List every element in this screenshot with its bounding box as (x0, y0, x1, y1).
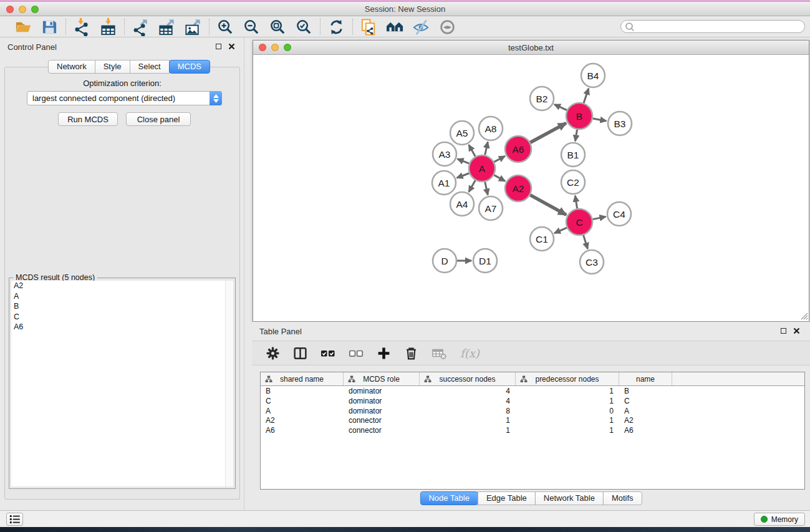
graph-edge-C-C3[interactable] (584, 235, 588, 249)
export-network-icon[interactable] (132, 18, 150, 36)
export-table-icon[interactable] (158, 18, 176, 36)
close-panel-icon[interactable] (228, 43, 235, 50)
float-table-panel-icon[interactable] (781, 328, 786, 334)
graph-node-A3[interactable]: A3 (433, 142, 456, 166)
graph-node-A5[interactable]: A5 (450, 121, 474, 145)
zoom-out-icon[interactable] (243, 18, 261, 36)
unselect-all-icon[interactable] (349, 346, 364, 360)
export-image-icon[interactable] (184, 18, 202, 36)
graph-edge-B-B3[interactable] (593, 118, 607, 121)
mcds-result-item[interactable]: B (11, 301, 233, 312)
graph-node-C2[interactable]: C2 (561, 170, 585, 194)
mcds-result-item[interactable]: A6 (11, 322, 233, 332)
graph-node-C3[interactable]: C3 (580, 250, 604, 274)
graph-edge-A-A2[interactable] (494, 175, 505, 181)
mcds-result-item[interactable]: C (11, 312, 233, 322)
open-session-icon[interactable] (14, 18, 32, 36)
float-panel-icon[interactable] (216, 44, 221, 49)
mcds-result-item[interactable]: A (11, 291, 233, 302)
graph-edge-A-A7[interactable] (485, 181, 488, 195)
graph-node-A1[interactable]: A1 (432, 171, 456, 195)
network-window-titlebar[interactable]: testGlobe.txt (253, 41, 809, 55)
graph-node-A[interactable]: A (469, 155, 495, 181)
graph-node-D1[interactable]: D1 (473, 249, 497, 273)
run-mcds-button[interactable]: Run MCDS (58, 112, 118, 126)
graph-node-A6[interactable]: A6 (505, 136, 531, 162)
column-header-name[interactable]: name (619, 372, 672, 385)
graph-node-A8[interactable]: A8 (479, 117, 503, 140)
zoom-fit-icon[interactable] (269, 18, 287, 36)
table-row[interactable]: Adominator80A (261, 406, 804, 416)
graph-node-C[interactable]: C (566, 209, 592, 235)
column-header-successor-nodes[interactable]: successor nodes (420, 372, 516, 385)
zoom-in-icon[interactable] (216, 18, 234, 36)
import-network-icon[interactable] (73, 18, 91, 36)
table-row[interactable]: A6connector11A6 (261, 425, 804, 435)
search-field[interactable] (620, 20, 805, 33)
import-table-icon[interactable] (99, 18, 117, 36)
show-all-icon[interactable] (438, 18, 456, 36)
search-input[interactable] (635, 22, 791, 31)
graph-edge-A-A5[interactable] (469, 145, 475, 157)
list-scrollbar[interactable] (225, 281, 233, 486)
delete-columns-icon[interactable] (404, 346, 418, 360)
delete-table-icon[interactable] (432, 346, 447, 360)
graph-node-A7[interactable]: A7 (479, 196, 503, 220)
graph-edge-A2-C[interactable] (530, 195, 566, 215)
table-row[interactable]: A2connector11A2 (261, 415, 804, 425)
refresh-icon[interactable] (327, 18, 345, 36)
close-panel-button[interactable]: Close panel (126, 112, 191, 126)
graph-edge-B-B1[interactable] (576, 130, 577, 142)
graph-node-B1[interactable]: B1 (561, 143, 585, 167)
table-row[interactable]: Bdominator41B (261, 386, 804, 396)
column-header-predecessor-nodes[interactable]: predecessor nodes (516, 372, 619, 385)
graph-edge-C-C4[interactable] (593, 216, 606, 219)
memory-button[interactable]: Memory (754, 513, 805, 526)
graph-edge-A-A8[interactable] (485, 142, 488, 155)
criterion-dropdown[interactable]: largest connected component (directed) (27, 91, 222, 105)
graph-node-B[interactable]: B (566, 103, 592, 129)
task-history-button[interactable] (6, 513, 23, 526)
tab-select[interactable]: Select (130, 60, 170, 74)
graph-node-C1[interactable]: C1 (530, 227, 554, 251)
function-builder-icon[interactable]: f(x) (460, 347, 480, 360)
graph-node-A2[interactable]: A2 (505, 175, 531, 201)
mcds-result-item[interactable]: A2 (11, 281, 233, 291)
table-row[interactable]: Cdominator41C (261, 396, 804, 406)
graph-edge-C-C2[interactable] (575, 196, 577, 209)
graph-node-B3[interactable]: B3 (608, 112, 632, 135)
tab-motifs[interactable]: Motifs (603, 491, 642, 505)
show-columns-icon[interactable] (293, 346, 307, 360)
save-session-icon[interactable] (41, 18, 59, 36)
add-column-icon[interactable] (377, 346, 391, 360)
tab-edge-table[interactable]: Edge Table (478, 491, 536, 505)
select-all-icon[interactable] (321, 346, 335, 360)
close-table-panel-icon[interactable] (793, 327, 800, 334)
graph-edge-A-A4[interactable] (469, 180, 475, 192)
zoom-selected-icon[interactable] (295, 18, 313, 36)
mcds-result-list[interactable]: A2ABCA6 (11, 281, 233, 486)
graph-edge-A-A6[interactable] (494, 156, 504, 162)
resize-grip-icon[interactable] (801, 313, 808, 319)
graph-edge-B-B4[interactable] (584, 89, 589, 103)
graph-edge-A6-B[interactable] (530, 123, 566, 142)
graph-node-D[interactable]: D (433, 249, 456, 273)
first-neighbors-icon[interactable] (386, 18, 404, 36)
tab-style[interactable]: Style (95, 60, 130, 74)
tab-network-table[interactable]: Network Table (535, 491, 604, 505)
network-canvas[interactable]: AA1A3A4A5A7A8A6A2BB1B2B3B4CC1C2C3C4DD1 (253, 55, 809, 321)
tab-mcds[interactable]: MCDS (169, 60, 210, 74)
graph-node-A4[interactable]: A4 (450, 192, 474, 216)
column-header-shared-name[interactable]: shared name (261, 372, 344, 385)
graph-node-C4[interactable]: C4 (607, 202, 631, 226)
splitpane-divider[interactable] (244, 37, 252, 510)
graph-node-B4[interactable]: B4 (581, 64, 605, 87)
tab-node-table[interactable]: Node Table (420, 491, 478, 505)
new-network-from-selection-icon[interactable] (360, 18, 378, 36)
column-header-MCDS-role[interactable]: MCDS role (344, 372, 420, 385)
hide-selected-icon[interactable] (412, 18, 430, 36)
graph-edge-B-B2[interactable] (554, 104, 567, 110)
table-settings-icon[interactable] (266, 346, 280, 360)
graph-node-B2[interactable]: B2 (530, 87, 554, 110)
graph-edge-C-C1[interactable] (554, 228, 567, 233)
